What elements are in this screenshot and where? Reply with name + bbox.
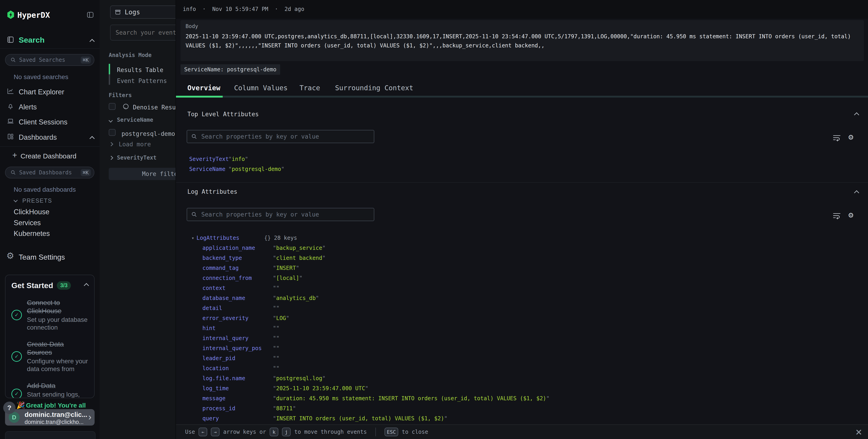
sidebar-item-search[interactable]: Search: [19, 36, 44, 44]
attribute-value[interactable]: "postgresql-demo": [228, 166, 284, 172]
attribute-value[interactable]: "client backend": [273, 255, 326, 261]
attribute-value[interactable]: "2025-11-10 23:59:47.000 UTC": [273, 385, 368, 391]
attribute-key[interactable]: leader_pid: [203, 355, 273, 362]
attribute-key[interactable]: detail: [203, 305, 273, 311]
source-select[interactable]: Logs: [110, 5, 176, 19]
tab-overview[interactable]: Overview: [187, 84, 220, 92]
load-more-button[interactable]: Load more: [119, 141, 151, 148]
denoise-checkbox[interactable]: [109, 103, 116, 110]
body-text[interactable]: 2025-11-10 23:59:47.000 UTC,postgres,ana…: [186, 32, 859, 50]
attribute-key[interactable]: process_id: [203, 405, 273, 412]
attribute-key[interactable]: database_name: [203, 295, 273, 301]
filter-group-severitytext[interactable]: SeverityText: [117, 155, 156, 161]
attribute-value[interactable]: "INSERT INTO orders (user_id, total) VAL…: [273, 415, 447, 422]
attribute-value[interactable]: "info": [228, 156, 248, 162]
attribute-key[interactable]: log_time: [203, 385, 273, 391]
sidebar-item-dashboards[interactable]: Dashboards: [19, 133, 57, 142]
get-started-item[interactable]: ✓ Add Data Start sending logs, metrics, …: [11, 382, 90, 398]
get-started-item[interactable]: ✓ Create Data Sources Configure where yo…: [11, 340, 90, 373]
chevron-up-icon[interactable]: [90, 39, 95, 44]
top-level-search[interactable]: [187, 130, 374, 143]
attribute-key[interactable]: connection_from: [203, 275, 273, 281]
attribute-value[interactable]: "duration: 45.950 ms statement: INSERT I…: [273, 395, 550, 402]
attribute-key[interactable]: command_tag: [203, 265, 273, 271]
get-started-item[interactable]: ✓ Connect to ClickHouse Set up your data…: [11, 299, 90, 332]
wrap-lines-icon[interactable]: [832, 134, 841, 141]
k-key[interactable]: k: [270, 428, 278, 436]
right-arrow-key[interactable]: →: [211, 428, 219, 436]
sidebar-item-clickhouse[interactable]: ClickHouse: [14, 208, 50, 216]
presets-label[interactable]: PRESETS: [22, 197, 52, 204]
servicename-value-label[interactable]: postgresql-demo: [122, 130, 175, 137]
log-attributes-search[interactable]: [187, 208, 374, 221]
collapse-section-icon[interactable]: [854, 190, 859, 195]
attribute-key[interactable]: hint: [203, 325, 273, 332]
attribute-key[interactable]: backend_type: [203, 255, 273, 261]
servicename-value-checkbox[interactable]: [109, 129, 116, 136]
sidebar-item-kubernetes[interactable]: Kubernetes: [14, 229, 50, 238]
mode-event-patterns[interactable]: Event Patterns: [117, 77, 167, 84]
chevron-right-icon[interactable]: [109, 156, 113, 160]
attribute-value[interactable]: "postgresql.log": [273, 375, 326, 382]
collapse-section-icon[interactable]: [854, 113, 859, 118]
attribute-key[interactable]: location: [203, 365, 273, 372]
top-level-search-field[interactable]: [201, 133, 370, 140]
attribute-value[interactable]: "": [273, 335, 279, 341]
create-dashboard-button[interactable]: Create Dashboard: [21, 152, 76, 160]
user-menu[interactable]: D dominic.tran@clic... dominic.tran@clic…: [5, 409, 95, 426]
attribute-value[interactable]: "": [273, 325, 279, 332]
tab-column-values[interactable]: Column Values: [234, 84, 288, 92]
gear-icon[interactable]: ⚙: [848, 210, 854, 220]
attribute-value[interactable]: "analytics_db": [273, 295, 319, 301]
sidebar-item-chart-explorer[interactable]: Chart Explorer: [19, 88, 64, 96]
attribute-key[interactable]: message: [203, 395, 273, 402]
sidebar-item-services[interactable]: Services: [14, 219, 41, 227]
chevron-up-icon[interactable]: [90, 136, 95, 141]
left-arrow-key[interactable]: ←: [198, 428, 207, 436]
gear-icon[interactable]: ⚙: [848, 132, 854, 142]
attribute-value[interactable]: "": [273, 365, 279, 372]
sidebar-item-team-settings[interactable]: Team Settings: [19, 253, 65, 261]
more-filters-button[interactable]: More filters: [109, 168, 176, 180]
event-search-input[interactable]: [110, 25, 176, 40]
attribute-value[interactable]: "": [273, 355, 279, 362]
attribute-key[interactable]: application_name: [203, 245, 273, 251]
attribute-value[interactable]: "": [273, 285, 279, 291]
log-attributes-root-row[interactable]: ▾ LogAttributes {} 28 keys: [191, 233, 297, 243]
attribute-key[interactable]: internal_query: [203, 335, 273, 341]
chevron-right-icon[interactable]: [109, 142, 113, 146]
attribute-value[interactable]: "88711": [273, 405, 296, 412]
attribute-value[interactable]: "": [273, 345, 279, 351]
event-search-field[interactable]: [115, 29, 176, 36]
saved-dashboards-input[interactable]: Saved Dashboards ⌘K: [5, 167, 94, 179]
chevron-down-icon[interactable]: [108, 118, 113, 122]
collapse-sidebar-icon[interactable]: [87, 11, 94, 18]
log-attributes-search-field[interactable]: [201, 211, 370, 218]
attribute-value[interactable]: "": [273, 305, 279, 311]
service-name-tag[interactable]: ServiceName: postgresql-demo: [181, 64, 280, 75]
attribute-value[interactable]: "backup_service": [273, 245, 326, 251]
attribute-value[interactable]: "INSERT": [273, 265, 299, 271]
saved-searches-input[interactable]: Saved Searches ⌘K: [5, 54, 94, 66]
attribute-key[interactable]: SeverityText: [189, 156, 228, 162]
attribute-key[interactable]: error_severity: [203, 315, 273, 321]
tab-trace[interactable]: Trace: [300, 84, 320, 92]
sidebar-item-alerts[interactable]: Alerts: [19, 103, 37, 111]
mode-results-table[interactable]: Results Table: [117, 67, 163, 73]
attribute-key[interactable]: ServiceName: [189, 166, 228, 172]
attribute-key[interactable]: log.file.name: [203, 375, 273, 382]
j-key[interactable]: j: [282, 428, 290, 436]
close-icon[interactable]: ×: [856, 426, 862, 438]
attribute-key[interactable]: context: [203, 285, 273, 291]
collapse-triangle-icon[interactable]: ▾: [191, 235, 194, 241]
sidebar-item-client-sessions[interactable]: Client Sessions: [19, 118, 67, 126]
attribute-key[interactable]: internal_query_pos: [203, 345, 273, 351]
chevron-up-icon[interactable]: [84, 283, 89, 288]
chevron-down-icon[interactable]: [13, 198, 18, 202]
bottom-card-partial[interactable]: [5, 431, 95, 439]
help-button[interactable]: ?: [3, 402, 16, 414]
attribute-value[interactable]: "LOG": [273, 315, 289, 321]
esc-key[interactable]: ESC: [384, 428, 398, 436]
attribute-value[interactable]: "[local]": [273, 275, 303, 281]
filter-group-servicename[interactable]: ServiceName: [117, 117, 153, 123]
